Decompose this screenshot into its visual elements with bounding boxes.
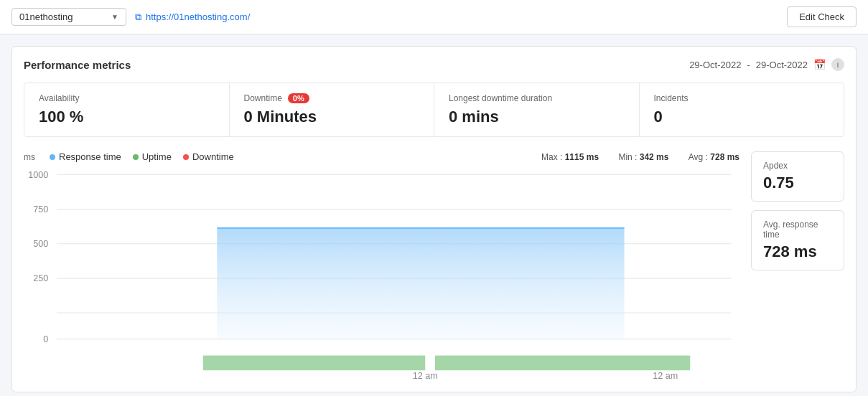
site-selector-label: 01nethosting — [19, 11, 107, 22]
chart-main: ms Response time Uptime Downtime — [24, 151, 739, 380]
metrics-row: Availability 100 % Downtime 0% 0 Minutes… — [24, 82, 844, 137]
stat-min: Min : 342 ms — [610, 152, 671, 162]
downtime-badge: 0% — [288, 93, 309, 103]
date-separator: - — [747, 60, 750, 70]
stat-max-value: 1115 ms — [565, 152, 599, 162]
apdex-label: Apdex — [763, 161, 832, 171]
stat-max-label: Max : — [541, 152, 562, 162]
chart-side-panel: Apdex 0.75 Avg. response time 728 ms — [751, 151, 844, 380]
legend-dot-red — [183, 154, 189, 160]
chevron-down-icon: ▼ — [111, 13, 118, 21]
response-time-chart: 1000 750 500 250 0 — [24, 166, 739, 380]
metric-incidents-value: 0 — [654, 108, 830, 126]
metric-availability: Availability 100 % — [24, 83, 230, 136]
date-to: 29-Oct-2022 — [756, 60, 808, 70]
svg-text:500: 500 — [33, 239, 48, 249]
svg-text:12 am: 12 am — [413, 371, 438, 380]
stat-avg-value: 728 ms — [710, 152, 739, 162]
svg-text:250: 250 — [33, 273, 48, 283]
topbar: 01nethosting ▼ ⧉ https://01nethosting.co… — [0, 0, 868, 34]
chart-legend-left: ms Response time Uptime Downtime — [24, 151, 234, 162]
legend-downtime-label: Downtime — [192, 151, 234, 162]
info-icon[interactable]: i — [831, 58, 844, 71]
metric-longest-downtime-value: 0 mins — [449, 108, 625, 126]
svg-text:0: 0 — [43, 334, 48, 344]
chart-wrapper: ms Response time Uptime Downtime — [24, 151, 844, 380]
metric-incidents-label: Incidents — [654, 93, 830, 103]
site-url-text: https://01nethosting.com/ — [146, 11, 250, 22]
stat-avg: Avg : 728 ms — [680, 152, 739, 162]
legend-dot-green — [133, 154, 139, 160]
date-range: 29-Oct-2022 - 29-Oct-2022 📅 i — [689, 58, 844, 71]
chart-legend-row: ms Response time Uptime Downtime — [24, 151, 739, 162]
card-title: Performance metrics — [24, 59, 131, 71]
stat-avg-label: Avg : — [689, 152, 708, 162]
metric-longest-downtime-label: Longest downtime duration — [449, 93, 625, 103]
response-time-area — [217, 228, 624, 339]
site-selector[interactable]: 01nethosting ▼ — [11, 8, 126, 26]
main-content: Performance metrics 29-Oct-2022 - 29-Oct… — [0, 34, 868, 396]
metric-downtime-value: 0 Minutes — [244, 108, 420, 126]
svg-text:1000: 1000 — [28, 170, 48, 180]
topbar-left: 01nethosting ▼ ⧉ https://01nethosting.co… — [11, 8, 250, 26]
apdex-value: 0.75 — [763, 174, 832, 192]
date-from: 29-Oct-2022 — [689, 60, 741, 70]
metric-availability-value: 100 % — [39, 108, 215, 126]
legend-uptime: Uptime — [133, 151, 172, 162]
avg-response-label: Avg. response time — [763, 220, 832, 240]
legend-response-time: Response time — [50, 151, 121, 162]
stat-max: Max : 1115 ms — [533, 152, 601, 162]
svg-text:750: 750 — [33, 204, 48, 214]
uptime-bar-1 — [203, 356, 425, 371]
external-link-icon: ⧉ — [135, 11, 141, 23]
metric-availability-label: Availability — [39, 93, 215, 103]
avg-response-value: 728 ms — [763, 242, 832, 261]
stat-min-value: 342 ms — [640, 152, 669, 162]
legend-dot-blue — [50, 154, 55, 160]
legend-response-time-label: Response time — [59, 151, 121, 162]
svg-text:12 am: 12 am — [653, 371, 678, 380]
calendar-icon[interactable]: 📅 — [813, 59, 826, 70]
chart-stats: Max : 1115 ms Min : 342 ms Avg : 728 ms — [524, 152, 739, 162]
metric-longest-downtime: Longest downtime duration 0 mins — [434, 83, 640, 136]
stat-min-label: Min : — [618, 152, 637, 162]
card-header: Performance metrics 29-Oct-2022 - 29-Oct… — [24, 58, 844, 71]
performance-metrics-card: Performance metrics 29-Oct-2022 - 29-Oct… — [11, 46, 857, 392]
legend-uptime-label: Uptime — [142, 151, 172, 162]
site-url-link[interactable]: ⧉ https://01nethosting.com/ — [135, 11, 250, 23]
uptime-bar-2 — [435, 356, 690, 371]
avg-response-card: Avg. response time 728 ms — [751, 210, 844, 270]
metric-incidents: Incidents 0 — [640, 83, 844, 136]
edit-check-button[interactable]: Edit Check — [787, 6, 857, 27]
metric-downtime-label: Downtime 0% — [244, 93, 420, 103]
y-axis-label: ms — [24, 152, 35, 162]
apdex-card: Apdex 0.75 — [751, 151, 844, 202]
chart-svg-container: 1000 750 500 250 0 — [24, 166, 739, 380]
metric-downtime: Downtime 0% 0 Minutes — [230, 83, 435, 136]
legend-downtime: Downtime — [183, 151, 234, 162]
